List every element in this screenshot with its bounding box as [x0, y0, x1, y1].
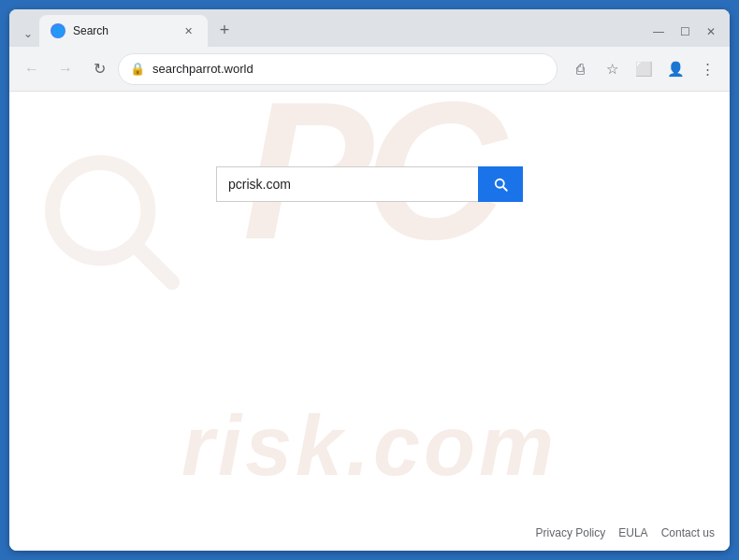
- address-actions: ⎙ ☆ ⬜ 👤 ⋮: [565, 54, 722, 84]
- tab-close-button[interactable]: ✕: [180, 22, 196, 39]
- maximize-button[interactable]: ☐: [674, 22, 696, 41]
- title-bar: ⌄ Search ✕ + — ☐ ✕: [9, 9, 730, 47]
- page-content: PC risk.com Privacy Policy EULA Contact …: [9, 92, 730, 551]
- lock-icon: 🔒: [130, 62, 145, 76]
- search-input[interactable]: [216, 166, 478, 202]
- tab-favicon-icon: [51, 23, 65, 38]
- new-tab-button[interactable]: +: [211, 17, 238, 43]
- close-button[interactable]: ✕: [700, 22, 722, 41]
- contact-us-link[interactable]: Contact us: [661, 526, 715, 539]
- svg-line-1: [135, 245, 172, 282]
- split-button[interactable]: ⬜: [629, 54, 659, 84]
- url-bar[interactable]: 🔒 searchparrot.world: [118, 53, 558, 85]
- tab-strip: ⌄ Search ✕ +: [17, 9, 647, 47]
- forward-button[interactable]: →: [51, 54, 80, 84]
- browser-window: ⌄ Search ✕ + — ☐ ✕ ← → ↻ 🔒 searchparrot.…: [9, 9, 730, 551]
- address-bar: ← → ↻ 🔒 searchparrot.world ⎙ ☆ ⬜ 👤 ⋮: [9, 47, 730, 92]
- magnifier-watermark-icon: [37, 148, 187, 297]
- tab-dropdown-icon[interactable]: ⌄: [17, 24, 39, 43]
- menu-button[interactable]: ⋮: [692, 54, 722, 84]
- svg-point-0: [52, 163, 148, 258]
- share-button[interactable]: ⎙: [565, 54, 595, 84]
- bookmark-button[interactable]: ☆: [597, 54, 627, 84]
- search-form: [216, 166, 523, 202]
- search-icon: [492, 176, 509, 193]
- reload-button[interactable]: ↻: [84, 54, 114, 84]
- back-button[interactable]: ←: [17, 54, 47, 84]
- footer: Privacy Policy EULA Contact us: [536, 526, 715, 539]
- search-button[interactable]: [478, 166, 523, 202]
- active-tab[interactable]: Search ✕: [39, 15, 208, 47]
- watermark-risk-text: risk.com: [9, 398, 730, 495]
- minimize-button[interactable]: —: [647, 22, 670, 41]
- watermark: PC risk.com: [9, 92, 730, 551]
- tab-title: Search: [73, 24, 172, 37]
- account-button[interactable]: 👤: [660, 54, 690, 84]
- eula-link[interactable]: EULA: [618, 526, 647, 539]
- url-text: searchparrot.world: [152, 62, 545, 76]
- window-controls: — ☐ ✕: [647, 22, 722, 41]
- privacy-policy-link[interactable]: Privacy Policy: [536, 526, 606, 539]
